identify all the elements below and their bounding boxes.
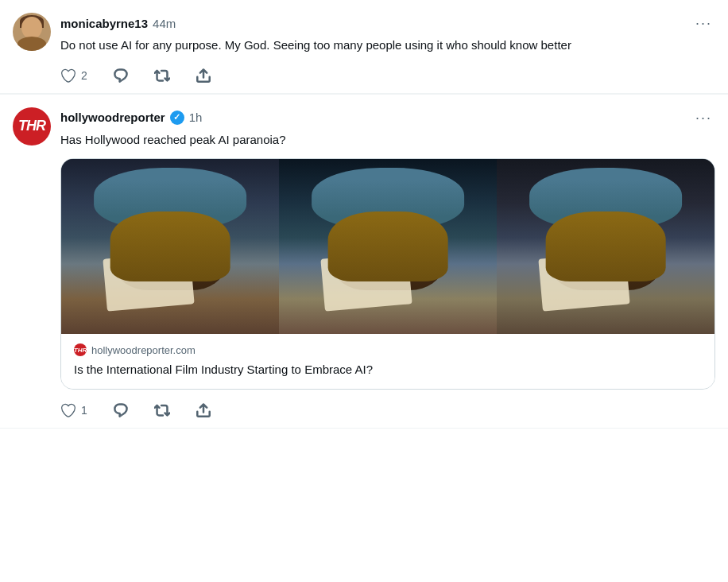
tweet-2-actions: 1 [60, 399, 715, 421]
tweet-1-more-button[interactable]: ··· [692, 13, 715, 33]
share-icon-2 [196, 402, 211, 418]
retweet-icon-2 [154, 402, 170, 418]
tweet-1: monicabyrne13 44m ··· Do not use AI for … [0, 0, 728, 94]
tweet-2: THR hollywoodreporter 1h ··· Has Hollywo… [0, 95, 728, 429]
tweet-1-timestamp: 44m [153, 17, 176, 30]
tweet-2-more-button[interactable]: ··· [692, 107, 715, 128]
tweet-1-actions: 2 [60, 64, 715, 87]
tweet-2-comment-button[interactable] [113, 402, 129, 418]
tweet-2-content: hollywoodreporter 1h ··· Has Hollywood r… [60, 107, 715, 422]
tweet-2-text: Has Hollywood reached peak AI paranoia? [60, 131, 715, 149]
tweet-1-header-left: monicabyrne13 44m [60, 17, 176, 30]
tweet-1-comment-button[interactable] [113, 68, 129, 83]
tweet-2-like-count: 1 [81, 404, 87, 417]
comment-icon-2 [113, 402, 129, 418]
verified-badge [170, 111, 184, 125]
article-title: Is the International Film Industry Start… [74, 361, 702, 378]
tweet-1-retweet-button[interactable] [154, 68, 170, 83]
tweet-1-content: monicabyrne13 44m ··· Do not use AI for … [60, 13, 715, 87]
tweet-2-like-button[interactable]: 1 [60, 402, 87, 418]
share-icon [196, 68, 211, 83]
tweet-1-like-count: 2 [81, 69, 87, 82]
tweet-1-like-button[interactable]: 2 [60, 68, 87, 83]
article-images [61, 159, 714, 334]
article-info: THR hollywoodreporter.com Is the Interna… [61, 334, 714, 389]
tweet-2-header: hollywoodreporter 1h ··· [60, 107, 715, 128]
tweet-2-share-button[interactable] [196, 402, 211, 418]
source-domain: hollywoodreporter.com [91, 344, 196, 356]
heart-icon-2 [60, 402, 76, 418]
comment-icon [113, 68, 129, 83]
tweet-2-timestamp: 1h [189, 111, 203, 124]
heart-icon [60, 68, 76, 83]
avatar-monicabyrne13[interactable] [13, 13, 51, 51]
tweet-2-retweet-button[interactable] [154, 402, 170, 418]
tweet-1-username[interactable]: monicabyrne13 [60, 17, 148, 30]
source-logo: THR [74, 343, 87, 356]
avatar-hollywoodreporter[interactable]: THR [13, 107, 51, 146]
tweet-1-text: Do not use AI for any purpose. My God. S… [60, 37, 715, 55]
article-image-3 [497, 159, 714, 334]
article-source: THR hollywoodreporter.com [74, 343, 702, 356]
tweet-1-share-button[interactable] [196, 68, 211, 83]
tweet-1-header: monicabyrne13 44m ··· [60, 13, 715, 33]
tweet-2-header-left: hollywoodreporter 1h [60, 111, 202, 125]
retweet-icon [154, 68, 170, 83]
article-card[interactable]: THR hollywoodreporter.com Is the Interna… [60, 158, 715, 390]
article-image-2 [279, 159, 497, 334]
tweet-2-username[interactable]: hollywoodreporter [60, 111, 165, 124]
article-image-1 [61, 159, 279, 334]
